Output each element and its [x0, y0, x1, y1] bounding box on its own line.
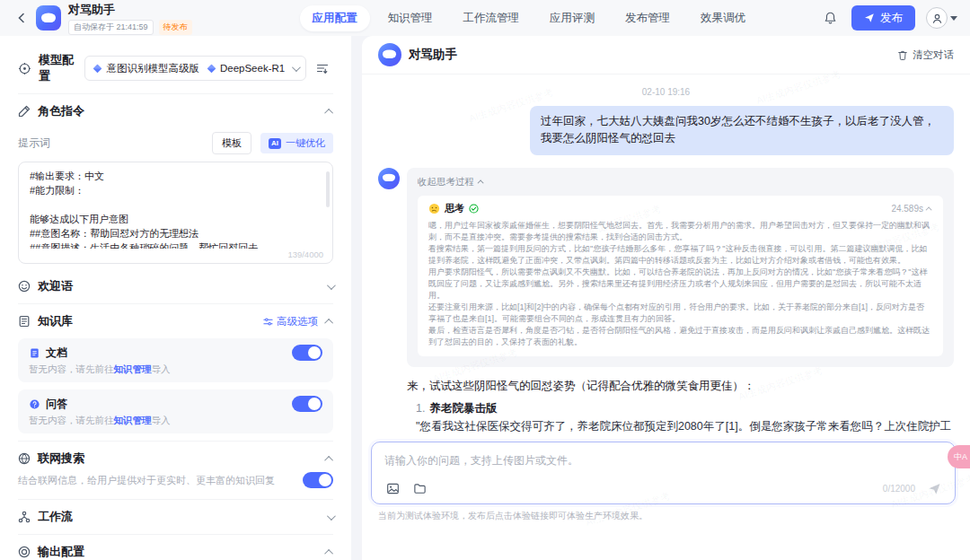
doc-toggle[interactable] — [292, 345, 322, 361]
upload-image-icon[interactable] — [384, 480, 401, 496]
chevron-up-icon — [478, 180, 484, 187]
welcome-smiley-icon — [18, 280, 31, 293]
chevron-up-icon — [324, 455, 333, 464]
chat-input-card[interactable]: 0/12000 — [371, 442, 956, 504]
role-section-title: 角色指令 — [38, 103, 84, 119]
sliders-icon — [263, 317, 273, 327]
app-logo — [36, 5, 61, 31]
check-circle-icon — [469, 204, 479, 214]
tab-publish[interactable]: 发布管理 — [613, 5, 683, 31]
chevron-up-icon — [324, 548, 333, 557]
notification-bell-icon[interactable] — [819, 7, 841, 29]
clear-conversation-button[interactable]: 清空对话 — [897, 48, 954, 62]
knowledge-base-icon — [18, 315, 31, 328]
model-selector[interactable]: 意图识别模型高级版 DeepSeek-R1 — [84, 56, 306, 81]
doc-card-title: 文档 — [46, 346, 67, 361]
chevron-down-icon — [327, 281, 336, 290]
output-section-title: 输出配置 — [38, 544, 84, 560]
workflow-section-header[interactable]: 工作流 — [18, 500, 333, 534]
trash-icon — [897, 49, 908, 61]
qa-card-title: 问答 — [46, 397, 67, 412]
model-gem-icon — [207, 64, 216, 74]
knowledge-manage-link[interactable]: 知识管理 — [114, 363, 152, 374]
translate-widget[interactable]: 中A — [948, 445, 970, 468]
thinking-duration[interactable]: 24.589s — [891, 204, 932, 214]
qa-toggle[interactable] — [292, 396, 322, 412]
publish-button[interactable]: 发布 — [851, 5, 915, 31]
chevron-up-icon — [324, 318, 333, 327]
chat-input-dock: 0/12000 当前为测试体验环境，发布后点击体验链接即可体验生产环境效果。 — [362, 434, 970, 528]
one-click-optimize-button[interactable]: AI 一键优化 — [260, 133, 333, 153]
user-message-bubble: 过年回家，七大姑八大姨盘问我30岁怎么还不结婚不生孩子，以后老了没人管，我要怎么… — [530, 106, 954, 155]
chat-model-item: DeepSeek-R1 — [207, 63, 285, 74]
knowledge-card-doc: 文档 暂无内容，请先前往知识管理导入 — [18, 338, 333, 382]
web-search-toggle[interactable] — [303, 472, 333, 488]
thinking-card: 思考 24.589s 嗯，用户过年回家被亲戚催婚催生，想要阴阳怪气地怼回去。首先… — [418, 196, 943, 357]
welcome-section-title: 欢迎语 — [38, 278, 73, 294]
prompt-textarea[interactable]: #输出要求：中文 #能力限制： 能够达成以下用户意图 ##意图名称：帮助回怼对方… — [30, 170, 322, 249]
chat-input[interactable] — [384, 454, 942, 467]
chevron-down-icon — [292, 63, 301, 72]
tab-app-config[interactable]: 应用配置 — [300, 5, 370, 31]
chat-message-list[interactable]: 02-10 19:16 过年回家，七大姑八大姨盘问我30岁怎么还不结婚不生孩子，… — [362, 74, 970, 528]
workflow-icon — [18, 511, 31, 523]
prompt-char-count: 139/4000 — [287, 249, 323, 259]
thinking-process-box: 收起思考过程 思考 24.589s — [407, 168, 954, 368]
message-timestamp: 02-10 19:16 — [378, 87, 954, 97]
web-search-title: 联网搜索 — [38, 451, 84, 467]
user-avatar-icon — [926, 7, 948, 29]
model-config-title: 模型配置 — [39, 52, 85, 84]
role-section-header[interactable]: 角色指令 — [18, 94, 333, 128]
knowledge-section-header[interactable]: 知识库 高级选项 — [18, 304, 333, 338]
web-search-description: 结合联网信息，给用户提供对于更实时、更丰富的知识回复 — [18, 474, 275, 487]
tab-evaluation[interactable]: 应用评测 — [537, 5, 607, 31]
tab-knowledge[interactable]: 知识管理 — [375, 5, 445, 31]
knowledge-manage-link[interactable]: 知识管理 — [114, 415, 152, 425]
upload-file-icon[interactable] — [411, 480, 428, 496]
char-counter: 0/12000 — [883, 484, 915, 494]
thinking-face-icon — [428, 203, 440, 214]
welcome-section-header[interactable]: 欢迎语 — [18, 269, 333, 303]
back-button[interactable] — [13, 9, 31, 27]
thinking-label: 思考 — [445, 202, 464, 215]
ai-badge: AI — [269, 138, 281, 149]
knowledge-card-qa: 问答 暂无内容，请先前往知识管理导入 — [18, 389, 333, 433]
thinking-text: 嗯，用户过年回家被亲戚催婚催生，想要阴阳怪气地怼回去。首先，我需要分析用户的需求… — [428, 220, 932, 349]
publish-label: 发布 — [880, 11, 903, 26]
chat-title: 对骂助手 — [409, 47, 457, 63]
role-instruction-icon — [18, 105, 31, 118]
template-button[interactable]: 模板 — [212, 132, 251, 154]
send-message-icon[interactable] — [926, 480, 942, 496]
top-header: 对骂助手 自动保存于 21:41:59 待发布 应用配置 知识管理 工作流管理 … — [0, 0, 970, 36]
model-gem-icon — [93, 64, 102, 74]
model-config-row: 模型配置 意图识别模型高级版 DeepSeek-R1 — [18, 43, 333, 93]
scrollbar-thumb[interactable] — [326, 171, 330, 207]
output-section-header[interactable]: 输出配置 — [18, 535, 333, 560]
prompt-editor: #输出要求：中文 #能力限制： 能够达成以下用户意图 ##意图名称：帮助回怼对方… — [18, 162, 333, 264]
status-badge: 待发布 — [159, 20, 192, 35]
chevron-down-icon — [950, 16, 957, 21]
advanced-options-link[interactable]: 高级选项 — [263, 315, 318, 328]
main-nav-tabs: 应用配置 知识管理 工作流管理 应用评测 发布管理 效果调优 — [300, 5, 759, 31]
chevron-up-icon — [926, 206, 932, 213]
globe-icon — [18, 452, 31, 465]
collapse-thinking-button[interactable]: 收起思考过程 — [418, 176, 943, 188]
chevron-up-icon — [324, 108, 333, 117]
model-settings-icon[interactable] — [312, 57, 333, 79]
chat-header: 对骂助手 清空对话 — [362, 36, 970, 74]
tab-workflow[interactable]: 工作流管理 — [451, 5, 533, 31]
autosave-badge: 自动保存于 21:41:59 — [68, 20, 154, 35]
user-menu[interactable] — [926, 7, 957, 29]
config-panel: 模型配置 意图识别模型高级版 DeepSeek-R1 角色指令 提示词 模板 A… — [0, 36, 351, 560]
model-config-icon — [18, 62, 31, 75]
workflow-section-title: 工作流 — [38, 509, 73, 525]
chat-bot-avatar — [378, 43, 401, 66]
environment-note: 当前为测试体验环境，发布后点击体验链接即可体验生产环境效果。 — [378, 510, 956, 522]
app-title: 对骂助手 — [68, 2, 192, 18]
web-search-section-header[interactable]: 联网搜索 — [18, 442, 333, 470]
qa-card-hint: 暂无内容，请先前往知识管理导入 — [29, 415, 322, 427]
chat-preview-panel: 对骂助手 清空对话 02-10 19:16 过年回家，七大姑八大姨盘问我30岁怎… — [362, 36, 970, 560]
intent-model-item: 意图识别模型高级版 — [93, 62, 199, 75]
tab-tuning[interactable]: 效果调优 — [688, 5, 758, 31]
output-config-icon — [18, 546, 31, 558]
